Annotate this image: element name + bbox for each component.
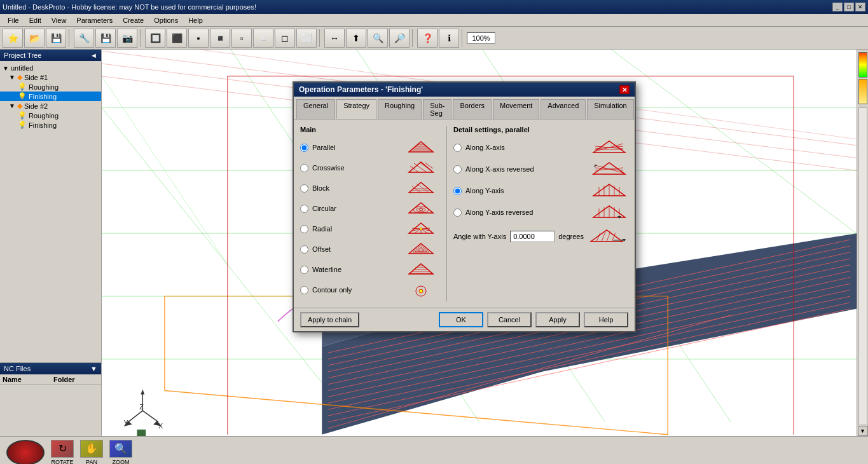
angle-input[interactable] <box>510 231 555 242</box>
toolbar-3d4[interactable]: ◾ <box>210 29 230 48</box>
toolbar-3d7[interactable]: ◻ <box>275 29 295 48</box>
project-tree-arrow[interactable]: ◄ <box>90 51 97 59</box>
tree-item-roughing1[interactable]: 💡 Roughing <box>0 82 101 92</box>
label-circular[interactable]: Circular <box>312 205 398 212</box>
toolbar-new[interactable]: ⭐ <box>3 29 23 48</box>
toolbar-3d8[interactable]: ⬜ <box>296 29 317 48</box>
radio-waterline[interactable] <box>300 266 308 274</box>
help-button[interactable]: Help <box>584 312 628 327</box>
tab-general[interactable]: General <box>296 99 335 119</box>
toolbar-3d5[interactable]: ▫ <box>231 29 252 48</box>
cancel-button[interactable]: Cancel <box>487 312 532 327</box>
apply-button[interactable]: Apply <box>535 312 580 327</box>
radio-contour[interactable] <box>300 286 308 294</box>
radio-along-y-rev[interactable] <box>453 208 462 217</box>
toolbar-tool2[interactable]: 💾 <box>95 29 116 48</box>
scroll-down[interactable]: ▼ <box>858 426 868 436</box>
label-along-x-rev[interactable]: Along X-axis reversed <box>465 165 586 173</box>
radio-radial[interactable] <box>300 225 308 233</box>
menu-options[interactable]: Options <box>149 15 183 25</box>
label-block[interactable]: Block <box>312 184 398 192</box>
radio-offset[interactable] <box>300 245 308 254</box>
toolbar-3d2[interactable]: ⬛ <box>167 29 187 48</box>
scroll-track[interactable] <box>858 107 867 425</box>
tree-item-side1[interactable]: ▼ ◆ Side #1 <box>0 72 101 82</box>
toolbar-search2[interactable]: 🔎 <box>389 29 410 48</box>
tree-item-side2[interactable]: ▼ ◆ Side #2 <box>0 101 101 111</box>
toolbar-open[interactable]: 📂 <box>24 29 45 48</box>
finishing1-icon: 💡 <box>18 92 27 100</box>
radio-crosswise[interactable] <box>300 164 308 172</box>
tab-strategy[interactable]: Strategy <box>336 99 376 119</box>
label-along-y[interactable]: Along Y-axis <box>465 187 586 194</box>
option-along-y-rev: Along Y-axis reversed <box>453 203 628 221</box>
option-along-x-rev: Along X-axis reversed <box>453 160 628 178</box>
icon-waterline <box>402 261 440 278</box>
radio-along-x-rev[interactable] <box>453 165 462 174</box>
right-scrollbar: ▼ <box>857 50 868 436</box>
svg-line-57 <box>425 163 433 168</box>
dialog-close-button[interactable]: ✕ <box>619 85 630 94</box>
tree-item-roughing2[interactable]: 💡 Roughing <box>0 111 101 120</box>
close-button[interactable]: ✕ <box>855 3 865 11</box>
toolbar-nav1[interactable]: ↔ <box>324 29 345 48</box>
tab-subseg[interactable]: Sub-Seg <box>423 99 451 119</box>
apply-to-chain-button[interactable]: Apply to chain <box>300 312 359 327</box>
angle-row: Angle with Y-axis degrees <box>453 228 628 245</box>
tree-item-finishing2[interactable]: 💡 Finishing <box>0 120 101 130</box>
tab-borders[interactable]: Borders <box>453 99 492 119</box>
label-parallel[interactable]: Parallel <box>312 144 398 151</box>
label-offset[interactable]: Offset <box>312 245 398 253</box>
radio-circular[interactable] <box>300 205 308 213</box>
minimize-button[interactable]: _ <box>832 3 843 11</box>
toolbar-3d6[interactable]: ◽ <box>253 29 273 48</box>
nc-col-name: Name <box>3 376 53 383</box>
ok-button[interactable]: OK <box>439 312 483 327</box>
menu-file[interactable]: File <box>3 15 24 25</box>
maximize-button[interactable]: □ <box>844 3 854 11</box>
radio-along-x[interactable] <box>453 144 462 152</box>
menu-edit[interactable]: Edit <box>24 15 46 25</box>
toolbar-save[interactable]: 💾 <box>46 29 66 48</box>
menu-create[interactable]: Create <box>118 15 149 25</box>
label-waterline[interactable]: Waterline <box>312 266 398 273</box>
tab-advanced[interactable]: Advanced <box>541 99 586 119</box>
label-radial[interactable]: Radial <box>312 225 398 233</box>
option-along-x: Along X-axis <box>453 139 628 156</box>
label-contour[interactable]: Contour only <box>312 286 398 294</box>
nc-files-header: NC Files ▼ <box>0 363 101 374</box>
label-along-x[interactable]: Along X-axis <box>465 144 586 151</box>
menu-help[interactable]: Help <box>183 15 208 25</box>
radio-along-y[interactable] <box>453 187 462 195</box>
toolbar-nav2[interactable]: ⬆ <box>346 29 366 48</box>
menu-view[interactable]: View <box>46 15 72 25</box>
label-crosswise[interactable]: Crosswise <box>312 164 398 172</box>
nc-files-arrow[interactable]: ▼ <box>90 365 97 372</box>
zoom-button[interactable]: 🔍 ZOOM <box>109 440 132 465</box>
tab-simulation[interactable]: Simulation <box>587 99 633 119</box>
section-detail: Detail settings, parallel Along X-axis <box>446 126 628 301</box>
toolbar-3d1[interactable]: 🔲 <box>145 29 165 48</box>
toolbar-sep-3 <box>319 29 322 47</box>
toolbar-3d3[interactable]: ▪ <box>188 29 209 48</box>
pan-button[interactable]: ✋ PAN <box>80 440 103 465</box>
viewport[interactable]: Z Y X Operation Parameters - 'Finishing'… <box>102 50 857 436</box>
toolbar-tool1[interactable]: 🔧 <box>74 29 94 48</box>
icon-angle <box>588 228 626 245</box>
radio-block[interactable] <box>300 184 308 193</box>
label-along-y-rev[interactable]: Along Y-axis reversed <box>465 208 586 216</box>
toolbar-tool3[interactable]: 📷 <box>117 29 137 48</box>
title-bar-text: Untitled - DeskProto - Hobby license: ma… <box>3 3 256 11</box>
rotate-button[interactable]: ↻ ROTATE <box>51 440 74 465</box>
toolbar-help1[interactable]: ❓ <box>417 29 437 48</box>
tree-item-finishing1[interactable]: 💡 Finishing <box>0 92 101 101</box>
toolbar-help2[interactable]: ℹ <box>439 29 459 48</box>
title-bar-controls[interactable]: _ □ ✕ <box>832 3 865 11</box>
menu-parameters[interactable]: Parameters <box>71 15 118 25</box>
radio-parallel[interactable] <box>300 144 308 152</box>
tab-movement[interactable]: Movement <box>493 99 539 119</box>
angle-label: Angle with Y-axis <box>453 233 506 240</box>
tree-item-untitled[interactable]: ▼ untitled <box>0 64 101 72</box>
toolbar-search1[interactable]: 🔍 <box>368 29 388 48</box>
tab-roughing[interactable]: Roughing <box>378 99 422 119</box>
